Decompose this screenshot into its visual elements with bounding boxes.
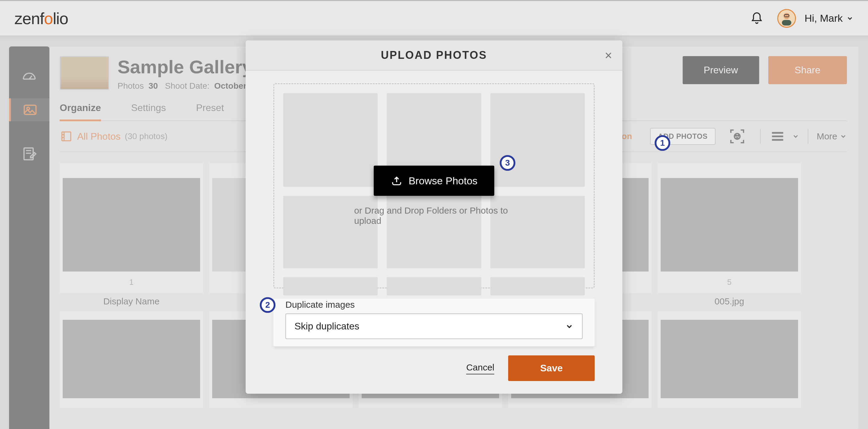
top-bar: zenfolio Hi, Mark — [0, 0, 868, 36]
duplicate-label: Duplicate images — [285, 299, 583, 313]
chevron-down-icon[interactable] — [846, 15, 854, 22]
brand-logo[interactable]: zenfolio — [14, 9, 68, 28]
upload-icon — [391, 175, 403, 187]
svg-rect-1 — [782, 20, 792, 25]
callout-marker: 2 — [260, 297, 276, 313]
upload-modal: UPLOAD PHOTOS × Browse Photos or Drag an… — [246, 40, 622, 394]
duplicate-section: Duplicate images Skip duplicates — [273, 299, 595, 346]
dropzone-hint: or Drag and Drop Folders or Photos to up… — [354, 205, 514, 226]
close-icon[interactable]: × — [604, 48, 612, 63]
duplicate-select[interactable]: Skip duplicates — [285, 313, 583, 339]
cancel-button[interactable]: Cancel — [466, 362, 494, 374]
notifications-icon[interactable] — [750, 12, 764, 25]
callout-marker: 1 — [655, 135, 670, 151]
modal-title: UPLOAD PHOTOS — [246, 49, 622, 61]
dropzone[interactable]: Browse Photos or Drag and Drop Folders o… — [273, 83, 595, 288]
browse-photos-button[interactable]: Browse Photos — [374, 166, 495, 196]
save-button[interactable]: Save — [508, 355, 595, 381]
avatar[interactable] — [777, 9, 796, 28]
chevron-down-icon — [565, 322, 574, 331]
callout-marker: 3 — [500, 155, 516, 171]
user-greeting[interactable]: Hi, Mark — [804, 12, 843, 24]
